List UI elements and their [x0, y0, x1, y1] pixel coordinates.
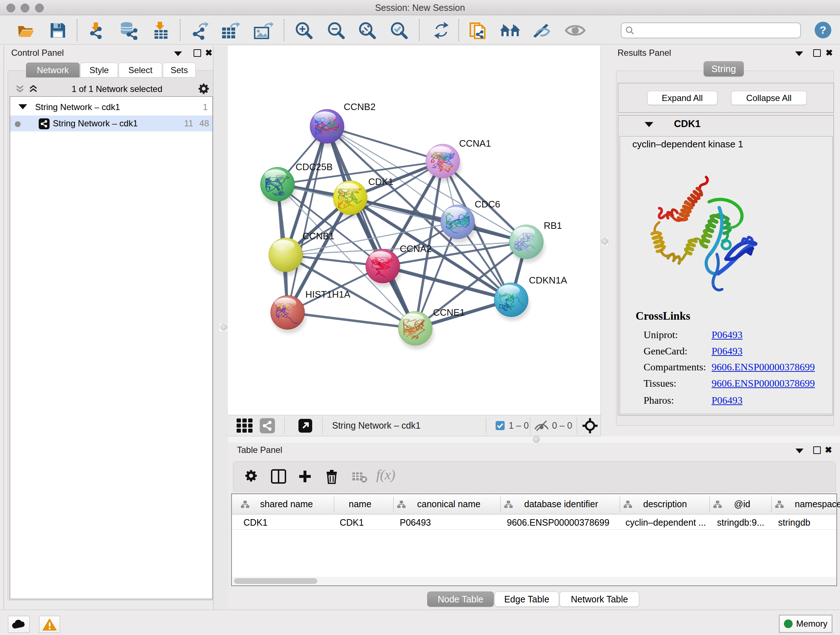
svg-text:CDKN1A: CDKN1A	[529, 275, 567, 286]
svg-text:CDC25B: CDC25B	[295, 162, 333, 172]
svg-text:CCNB2: CCNB2	[344, 101, 376, 112]
svg-text:HIST1H1A: HIST1H1A	[305, 289, 351, 300]
svg-text:CCNA2: CCNA2	[400, 243, 431, 254]
svg-text:CCNE1: CCNE1	[433, 307, 465, 318]
svg-text:CCNA1: CCNA1	[459, 138, 491, 149]
svg-text:CCNB1: CCNB1	[302, 231, 334, 241]
svg-text:RB1: RB1	[544, 220, 562, 231]
svg-text:CDK1: CDK1	[368, 176, 393, 187]
svg-text:CDC6: CDC6	[475, 199, 500, 210]
svg-text:?: ?	[820, 24, 826, 36]
